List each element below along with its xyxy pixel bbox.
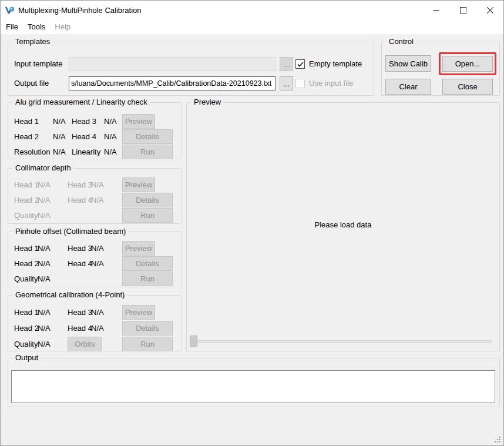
- templates-group-title: Templates: [13, 36, 52, 47]
- head3-label: Head 3: [72, 114, 96, 129]
- collimator-depth-group: Collimator depth Head 1 N/A Head 3 N/A H…: [8, 168, 182, 224]
- head4-value: N/A: [91, 256, 104, 271]
- minimize-icon: [433, 7, 439, 14]
- quality-label: Quality: [14, 337, 38, 351]
- head4-value: N/A: [104, 129, 117, 144]
- head1-value: N/A: [38, 305, 51, 320]
- head3-label: Head 3: [68, 177, 92, 192]
- head4-label: Head 4: [72, 129, 96, 144]
- geometrical-calibration-group-title: Geometrical calibration (4-Point): [13, 290, 127, 300]
- pinhole-preview-button: Preview: [122, 241, 155, 256]
- geometrical-calibration-group: Geometrical calibration (4-Point) Head 1…: [8, 295, 182, 351]
- head4-value: N/A: [91, 321, 104, 336]
- checkmark-icon: [297, 62, 304, 67]
- preview-slider-handle[interactable]: [190, 336, 197, 347]
- output-log-textarea[interactable]: [11, 370, 495, 403]
- head1-label: Head 1: [14, 305, 39, 320]
- pinhole-run-button: Run: [122, 271, 173, 286]
- empty-template-checkbox[interactable]: [295, 59, 305, 69]
- minimize-button[interactable]: [422, 1, 449, 19]
- app-icon: [5, 6, 15, 15]
- alu-grid-preview-button: Preview: [122, 114, 155, 129]
- clear-button[interactable]: Clear: [385, 79, 431, 95]
- output-file-browse-button[interactable]: ...: [280, 76, 293, 90]
- close-icon: [487, 7, 493, 14]
- head3-label: Head 3: [68, 241, 92, 256]
- maximize-button[interactable]: [449, 1, 476, 19]
- head1-value: N/A: [38, 177, 51, 192]
- pinhole-offset-group: Pinhole offset (Collimated beam) Head 1 …: [8, 232, 182, 287]
- quality-value: N/A: [38, 271, 51, 286]
- window-title: Multiplexing-MultiPinhole Calibration: [18, 6, 142, 15]
- geometrical-details-button: Details: [122, 321, 173, 336]
- preview-slider-track[interactable]: [190, 340, 492, 343]
- head3-value: N/A: [91, 177, 104, 192]
- empty-template-label: Empty template: [309, 57, 362, 71]
- templates-group: Templates Input template ... Empty templ…: [8, 42, 374, 96]
- quality-label: Quality: [14, 208, 38, 223]
- titlebar: Multiplexing-MultiPinhole Calibration: [1, 1, 503, 19]
- alu-grid-run-button: Run: [122, 145, 173, 159]
- menu-item-help: Help: [50, 19, 75, 34]
- head2-value: N/A: [38, 256, 51, 271]
- head1-label: Head 1: [14, 177, 39, 192]
- close-app-button[interactable]: Close: [442, 79, 493, 95]
- collimator-depth-group-title: Collimator depth: [13, 163, 73, 173]
- menu-item-file[interactable]: File: [1, 19, 23, 34]
- preview-group: Preview Please load data: [186, 102, 500, 351]
- collimator-preview-button: Preview: [122, 177, 155, 192]
- input-template-label: Input template: [14, 57, 62, 71]
- head4-value: N/A: [91, 193, 104, 207]
- head2-value: N/A: [38, 321, 51, 336]
- control-group: Control Show Calib Open... Clear Close: [381, 42, 500, 96]
- close-button[interactable]: [476, 1, 503, 19]
- output-group: Output: [8, 358, 500, 407]
- head3-value: N/A: [104, 114, 117, 129]
- use-input-file-label: Use input file: [309, 76, 353, 90]
- head3-label: Head 3: [68, 305, 92, 320]
- collimator-details-button: Details: [122, 193, 173, 207]
- head2-value: N/A: [53, 129, 66, 144]
- resize-grip[interactable]: [494, 436, 500, 442]
- app-window: Multiplexing-MultiPinhole Calibration Fi…: [0, 0, 504, 446]
- head1-value: N/A: [53, 114, 66, 129]
- quality-value: N/A: [38, 208, 51, 223]
- open-button[interactable]: Open...: [442, 56, 493, 72]
- head4-label: Head 4: [68, 256, 92, 271]
- quality-label: Quality: [14, 271, 38, 286]
- alu-grid-group: Alu grid measurement / Linearity check H…: [8, 102, 182, 159]
- alu-grid-details-button: Details: [122, 129, 173, 144]
- menu-item-tools[interactable]: Tools: [23, 19, 50, 34]
- linearity-value: N/A: [104, 145, 117, 159]
- use-input-file-checkbox: [295, 79, 305, 88]
- orbits-button: Orbits: [68, 337, 102, 351]
- preview-placeholder-message: Please load data: [187, 220, 499, 229]
- pinhole-offset-group-title: Pinhole offset (Collimated beam): [13, 226, 128, 237]
- alu-grid-group-title: Alu grid measurement / Linearity check: [13, 97, 150, 108]
- window-controls: [422, 1, 503, 19]
- quality-value: N/A: [38, 337, 51, 351]
- pinhole-details-button: Details: [122, 256, 173, 271]
- input-template-field: [69, 57, 275, 71]
- preview-group-title: Preview: [191, 97, 223, 108]
- head2-label: Head 2: [14, 193, 39, 207]
- head2-value: N/A: [38, 193, 51, 207]
- head2-label: Head 2: [14, 129, 39, 144]
- head1-label: Head 1: [14, 241, 39, 256]
- linearity-label: Linearity: [72, 145, 100, 159]
- geometrical-run-button: Run: [122, 337, 173, 351]
- head1-value: N/A: [38, 241, 51, 256]
- output-file-field[interactable]: [69, 76, 275, 90]
- output-file-label: Output file: [14, 76, 49, 90]
- head2-label: Head 2: [14, 321, 39, 336]
- head4-label: Head 4: [68, 321, 92, 336]
- collimator-run-button: Run: [122, 208, 173, 223]
- output-group-title: Output: [13, 353, 41, 363]
- head1-label: Head 1: [14, 114, 39, 129]
- maximize-icon: [460, 7, 466, 14]
- head2-label: Head 2: [14, 256, 39, 271]
- menubar: File Tools Help: [1, 19, 503, 34]
- show-calib-button[interactable]: Show Calib: [385, 55, 431, 72]
- resolution-value: N/A: [53, 145, 66, 159]
- head3-value: N/A: [91, 241, 104, 256]
